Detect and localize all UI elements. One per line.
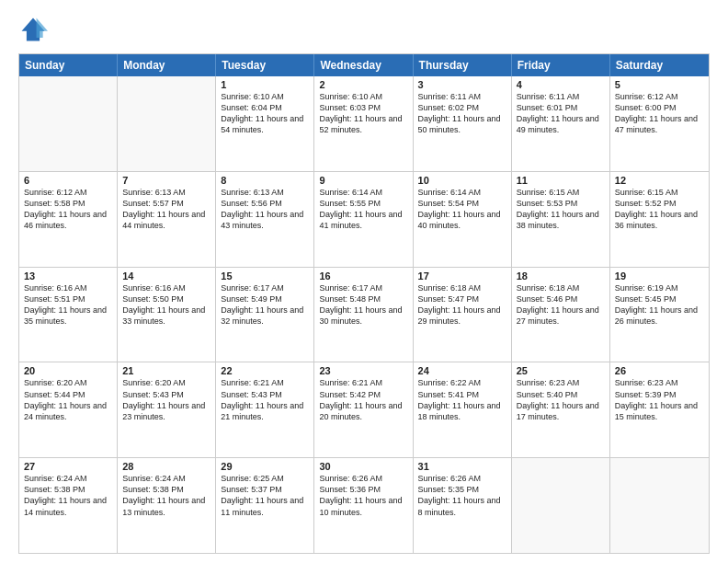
day-cell-11: 11Sunrise: 6:15 AM Sunset: 5:53 PM Dayli… (512, 172, 610, 267)
day-cell-5: 5Sunrise: 6:12 AM Sunset: 6:00 PM Daylig… (610, 76, 709, 171)
calendar-header: SundayMondayTuesdayWednesdayThursdayFrid… (19, 54, 709, 76)
empty-cell (118, 76, 216, 171)
calendar-week-4: 20Sunrise: 6:20 AM Sunset: 5:44 PM Dayli… (19, 362, 709, 457)
day-info: Sunrise: 6:14 AM Sunset: 5:55 PM Dayligh… (319, 187, 407, 232)
day-number: 18 (517, 270, 605, 282)
day-number: 19 (615, 270, 704, 282)
day-cell-17: 17Sunrise: 6:18 AM Sunset: 5:47 PM Dayli… (414, 268, 512, 362)
logo (18, 15, 51, 44)
empty-cell (512, 458, 610, 553)
header-day-monday: Monday (118, 54, 216, 76)
day-number: 14 (122, 270, 210, 282)
day-info: Sunrise: 6:18 AM Sunset: 5:47 PM Dayligh… (418, 282, 506, 327)
day-info: Sunrise: 6:10 AM Sunset: 6:03 PM Dayligh… (319, 91, 407, 136)
day-cell-25: 25Sunrise: 6:23 AM Sunset: 5:40 PM Dayli… (512, 362, 610, 457)
day-info: Sunrise: 6:11 AM Sunset: 6:01 PM Dayligh… (517, 91, 605, 136)
day-cell-27: 27Sunrise: 6:24 AM Sunset: 5:38 PM Dayli… (19, 458, 118, 553)
day-number: 20 (24, 365, 112, 376)
day-info: Sunrise: 6:26 AM Sunset: 5:36 PM Dayligh… (319, 473, 407, 518)
day-number: 11 (517, 175, 605, 186)
day-cell-7: 7Sunrise: 6:13 AM Sunset: 5:57 PM Daylig… (118, 172, 216, 267)
day-number: 16 (319, 270, 407, 282)
day-cell-10: 10Sunrise: 6:14 AM Sunset: 5:54 PM Dayli… (414, 172, 512, 267)
day-cell-24: 24Sunrise: 6:22 AM Sunset: 5:41 PM Dayli… (414, 362, 512, 457)
header-day-friday: Friday (512, 54, 610, 76)
empty-cell (19, 76, 118, 171)
day-info: Sunrise: 6:12 AM Sunset: 5:58 PM Dayligh… (24, 187, 112, 232)
header-day-tuesday: Tuesday (216, 54, 314, 76)
day-info: Sunrise: 6:20 AM Sunset: 5:44 PM Dayligh… (24, 377, 112, 422)
day-info: Sunrise: 6:20 AM Sunset: 5:43 PM Dayligh… (122, 377, 210, 422)
day-number: 10 (418, 175, 506, 186)
day-number: 9 (319, 175, 407, 186)
day-number: 24 (418, 365, 506, 376)
day-info: Sunrise: 6:24 AM Sunset: 5:38 PM Dayligh… (122, 473, 210, 518)
day-info: Sunrise: 6:13 AM Sunset: 5:56 PM Dayligh… (221, 187, 309, 232)
day-number: 31 (418, 461, 506, 472)
day-cell-8: 8Sunrise: 6:13 AM Sunset: 5:56 PM Daylig… (216, 172, 314, 267)
day-cell-20: 20Sunrise: 6:20 AM Sunset: 5:44 PM Dayli… (19, 362, 118, 457)
day-cell-3: 3Sunrise: 6:11 AM Sunset: 6:02 PM Daylig… (414, 76, 512, 171)
day-info: Sunrise: 6:13 AM Sunset: 5:57 PM Dayligh… (122, 187, 210, 232)
day-cell-14: 14Sunrise: 6:16 AM Sunset: 5:50 PM Dayli… (118, 268, 216, 362)
day-info: Sunrise: 6:22 AM Sunset: 5:41 PM Dayligh… (418, 377, 506, 422)
day-cell-29: 29Sunrise: 6:25 AM Sunset: 5:37 PM Dayli… (216, 458, 314, 553)
calendar: SundayMondayTuesdayWednesdayThursdayFrid… (18, 53, 710, 554)
day-number: 15 (221, 270, 309, 282)
logo-icon (18, 15, 48, 44)
page: SundayMondayTuesdayWednesdayThursdayFrid… (0, 0, 728, 563)
day-info: Sunrise: 6:26 AM Sunset: 5:35 PM Dayligh… (418, 473, 506, 518)
day-number: 12 (615, 175, 704, 186)
day-number: 30 (319, 461, 407, 472)
day-number: 2 (319, 79, 407, 90)
day-number: 3 (418, 79, 506, 90)
day-info: Sunrise: 6:17 AM Sunset: 5:48 PM Dayligh… (319, 282, 407, 327)
svg-marker-1 (37, 18, 48, 38)
day-info: Sunrise: 6:19 AM Sunset: 5:45 PM Dayligh… (615, 282, 704, 327)
day-cell-19: 19Sunrise: 6:19 AM Sunset: 5:45 PM Dayli… (610, 268, 709, 362)
empty-cell (610, 458, 709, 553)
day-number: 8 (221, 175, 309, 186)
day-number: 4 (517, 79, 605, 90)
day-info: Sunrise: 6:15 AM Sunset: 5:52 PM Dayligh… (615, 187, 704, 232)
day-cell-15: 15Sunrise: 6:17 AM Sunset: 5:49 PM Dayli… (216, 268, 314, 362)
day-number: 26 (615, 365, 704, 376)
day-info: Sunrise: 6:16 AM Sunset: 5:51 PM Dayligh… (24, 282, 112, 327)
day-number: 13 (24, 270, 112, 282)
calendar-week-2: 6Sunrise: 6:12 AM Sunset: 5:58 PM Daylig… (19, 171, 709, 267)
day-number: 28 (122, 461, 210, 472)
day-info: Sunrise: 6:18 AM Sunset: 5:46 PM Dayligh… (517, 282, 605, 327)
day-number: 17 (418, 270, 506, 282)
day-info: Sunrise: 6:17 AM Sunset: 5:49 PM Dayligh… (221, 282, 309, 327)
calendar-body: 1Sunrise: 6:10 AM Sunset: 6:04 PM Daylig… (19, 76, 709, 553)
day-info: Sunrise: 6:10 AM Sunset: 6:04 PM Dayligh… (221, 91, 309, 136)
day-number: 23 (319, 365, 407, 376)
day-cell-26: 26Sunrise: 6:23 AM Sunset: 5:39 PM Dayli… (610, 362, 709, 457)
day-number: 1 (221, 79, 309, 90)
day-cell-16: 16Sunrise: 6:17 AM Sunset: 5:48 PM Dayli… (314, 268, 413, 362)
day-cell-2: 2Sunrise: 6:10 AM Sunset: 6:03 PM Daylig… (314, 76, 413, 171)
day-info: Sunrise: 6:15 AM Sunset: 5:53 PM Dayligh… (517, 187, 605, 232)
day-cell-23: 23Sunrise: 6:21 AM Sunset: 5:42 PM Dayli… (314, 362, 413, 457)
calendar-week-5: 27Sunrise: 6:24 AM Sunset: 5:38 PM Dayli… (19, 457, 709, 553)
day-info: Sunrise: 6:21 AM Sunset: 5:42 PM Dayligh… (319, 377, 407, 422)
header (18, 15, 710, 44)
day-info: Sunrise: 6:14 AM Sunset: 5:54 PM Dayligh… (418, 187, 506, 232)
day-cell-28: 28Sunrise: 6:24 AM Sunset: 5:38 PM Dayli… (118, 458, 216, 553)
day-number: 5 (615, 79, 704, 90)
header-day-wednesday: Wednesday (314, 54, 413, 76)
day-number: 7 (122, 175, 210, 186)
calendar-week-1: 1Sunrise: 6:10 AM Sunset: 6:04 PM Daylig… (19, 76, 709, 171)
day-info: Sunrise: 6:21 AM Sunset: 5:43 PM Dayligh… (221, 377, 309, 422)
day-info: Sunrise: 6:12 AM Sunset: 6:00 PM Dayligh… (615, 91, 704, 136)
day-cell-13: 13Sunrise: 6:16 AM Sunset: 5:51 PM Dayli… (19, 268, 118, 362)
day-cell-22: 22Sunrise: 6:21 AM Sunset: 5:43 PM Dayli… (216, 362, 314, 457)
day-cell-1: 1Sunrise: 6:10 AM Sunset: 6:04 PM Daylig… (216, 76, 314, 171)
day-cell-31: 31Sunrise: 6:26 AM Sunset: 5:35 PM Dayli… (414, 458, 512, 553)
day-cell-9: 9Sunrise: 6:14 AM Sunset: 5:55 PM Daylig… (314, 172, 413, 267)
day-number: 27 (24, 461, 112, 472)
day-cell-30: 30Sunrise: 6:26 AM Sunset: 5:36 PM Dayli… (314, 458, 413, 553)
day-number: 21 (122, 365, 210, 376)
header-day-sunday: Sunday (19, 54, 118, 76)
header-day-saturday: Saturday (610, 54, 709, 76)
